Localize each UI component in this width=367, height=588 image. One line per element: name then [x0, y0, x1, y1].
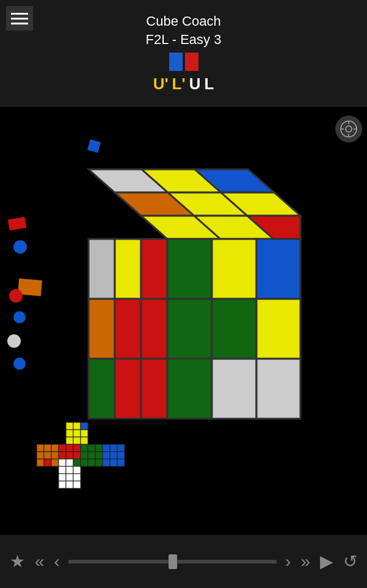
svg-rect-46 [37, 452, 44, 459]
svg-rect-85 [59, 481, 66, 488]
svg-rect-20 [141, 299, 167, 359]
svg-rect-27 [167, 299, 212, 359]
rewind-button[interactable]: « [30, 547, 49, 576]
toolbar: ★ « ‹ › » ▶ ↺ [0, 535, 367, 588]
svg-rect-57 [73, 452, 81, 459]
flag-blue [169, 53, 183, 71]
svg-rect-84 [73, 474, 81, 481]
svg-rect-42 [81, 437, 88, 444]
floating-dot-blue-3 [13, 358, 26, 370]
svg-rect-62 [88, 444, 95, 452]
fast-forward-button[interactable]: » [296, 547, 315, 576]
floating-dot-white [7, 334, 21, 348]
flags-row [169, 53, 198, 71]
svg-rect-34 [66, 422, 73, 430]
forward-button[interactable]: › [280, 547, 296, 576]
refresh-button[interactable]: ↺ [338, 546, 362, 576]
svg-rect-31 [212, 359, 256, 419]
mini-cube-map [37, 422, 153, 523]
app-title: Cube Coach [146, 13, 220, 29]
move-1: U' [153, 75, 169, 94]
svg-rect-52 [59, 444, 66, 452]
main-area [0, 107, 367, 535]
svg-rect-81 [73, 466, 81, 474]
svg-rect-76 [103, 459, 110, 466]
svg-rect-60 [73, 459, 81, 466]
svg-rect-71 [110, 444, 117, 452]
svg-rect-64 [81, 452, 88, 459]
svg-marker-26 [256, 239, 300, 299]
camera-icon[interactable] [335, 116, 362, 142]
svg-rect-37 [66, 430, 73, 437]
svg-point-1 [346, 126, 352, 132]
svg-rect-61 [81, 444, 88, 452]
rubiks-cube-svg [34, 131, 314, 437]
svg-rect-25 [212, 239, 256, 299]
svg-rect-35 [73, 422, 81, 430]
star-button[interactable]: ★ [5, 546, 30, 576]
svg-rect-17 [141, 239, 167, 299]
move-4: L [204, 75, 214, 94]
svg-rect-45 [51, 444, 59, 452]
svg-rect-59 [66, 459, 73, 466]
svg-rect-86 [66, 481, 73, 488]
svg-rect-83 [66, 474, 73, 481]
svg-rect-22 [115, 359, 141, 419]
svg-rect-67 [81, 459, 88, 466]
svg-rect-44 [44, 444, 51, 452]
svg-rect-21 [89, 359, 115, 419]
flag-red [185, 53, 198, 71]
svg-rect-55 [59, 452, 66, 459]
svg-rect-54 [73, 444, 81, 452]
svg-rect-69 [95, 459, 103, 466]
svg-rect-65 [88, 452, 95, 459]
svg-marker-29 [256, 299, 300, 359]
floating-dot-red [9, 289, 23, 303]
svg-rect-49 [37, 459, 44, 466]
svg-rect-87 [73, 481, 81, 488]
move-3: U [189, 75, 201, 94]
svg-rect-41 [73, 437, 81, 444]
svg-marker-32 [256, 359, 300, 419]
svg-rect-63 [95, 444, 103, 452]
svg-rect-18 [89, 299, 115, 359]
svg-rect-77 [110, 459, 117, 466]
svg-rect-51 [51, 459, 59, 466]
svg-rect-15 [89, 239, 115, 299]
svg-rect-40 [66, 437, 73, 444]
svg-rect-68 [88, 459, 95, 466]
svg-rect-38 [73, 430, 81, 437]
floating-dot-blue-1 [13, 240, 27, 254]
svg-rect-53 [66, 444, 73, 452]
play-button[interactable]: ▶ [315, 546, 338, 576]
svg-rect-28 [212, 299, 256, 359]
svg-rect-39 [81, 430, 88, 437]
svg-rect-50 [44, 459, 51, 466]
floating-dot-blue-2 [13, 311, 26, 323]
svg-rect-82 [59, 474, 66, 481]
svg-rect-43 [37, 444, 44, 452]
moves-sequence: U' L' U L [153, 75, 214, 94]
move-label: F2L - Easy 3 [146, 32, 222, 48]
svg-rect-56 [66, 452, 73, 459]
progress-bar-thumb [169, 554, 177, 569]
svg-rect-24 [167, 239, 212, 299]
svg-rect-23 [141, 359, 167, 419]
svg-rect-47 [44, 452, 51, 459]
progress-bar[interactable] [68, 560, 277, 564]
svg-rect-74 [110, 452, 117, 459]
back-button[interactable]: ‹ [49, 547, 65, 576]
floating-piece-red [8, 217, 27, 231]
svg-rect-79 [59, 466, 66, 474]
menu-button[interactable] [6, 6, 33, 31]
svg-rect-73 [103, 452, 110, 459]
svg-rect-75 [117, 452, 125, 459]
svg-rect-58 [59, 459, 66, 466]
svg-rect-36 [81, 422, 88, 430]
svg-rect-66 [95, 452, 103, 459]
header: Cube Coach F2L - Easy 3 U' L' U L [0, 0, 367, 107]
svg-rect-19 [115, 299, 141, 359]
svg-rect-72 [117, 444, 125, 452]
svg-rect-48 [51, 452, 59, 459]
svg-rect-30 [167, 359, 212, 419]
